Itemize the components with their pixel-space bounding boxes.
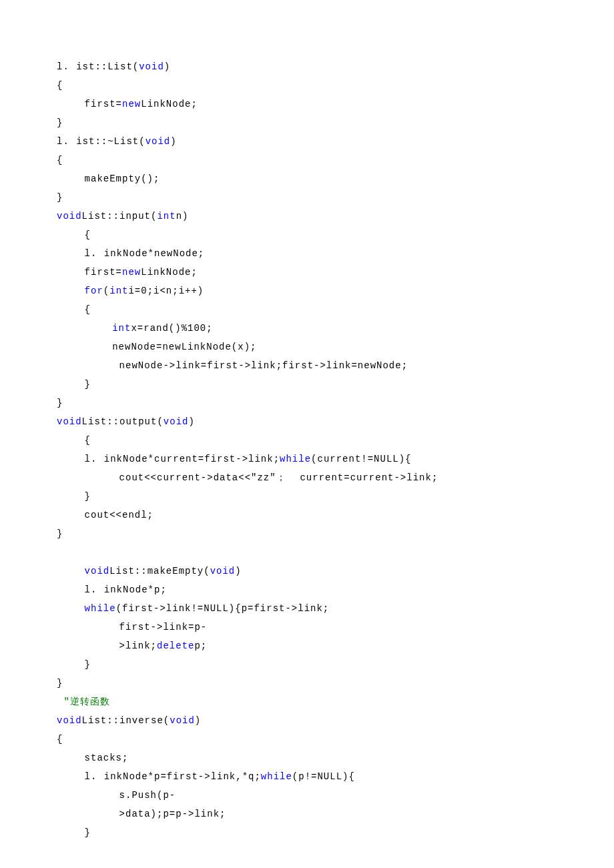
code-text [57,566,85,576]
code-text: ) [170,136,176,147]
code-text: LinkNode; [141,99,198,109]
code-text: ) [235,566,241,576]
code-line: } [57,528,63,539]
comment-line: "逆转函数 [57,697,110,707]
keyword-void: void [210,566,236,576]
code-line: makeEmpty(); [57,173,160,184]
code-text: (current!=NULL){ [311,454,411,464]
code-text: l. ist::~List( [57,136,145,147]
keyword-void: void [139,61,164,72]
code-line: } [57,192,63,203]
keyword-while: while [280,454,311,464]
code-text: ) [164,61,170,72]
keyword-for: for [85,286,103,296]
code-line: } [57,827,91,838]
code-text: x=rand()%100; [131,323,212,334]
code-line: l. inkNode*newNode; [57,248,204,259]
code-line: first->link=p- [57,622,207,632]
code-text: l. inkNode*current=first->link; [57,454,280,464]
keyword-while: while [261,771,292,782]
code-text: l. inkNode*p=first->link,*q; [57,771,261,782]
code-line: >data);p=p->link; [57,809,226,819]
keyword-new: new [122,267,141,278]
code-line: } [57,678,63,689]
code-text: List::inverse( [82,715,170,726]
code-text: LinkNode; [141,267,198,278]
keyword-int: int [109,286,128,296]
code-text: ( [103,286,109,296]
code-text [57,603,85,614]
code-text: first= [57,99,122,109]
keyword-void: void [57,715,82,726]
code-line: { [57,155,63,165]
code-line: cout<<endl; [57,510,154,520]
keyword-void: void [164,416,189,427]
keyword-void: void [145,136,171,147]
keyword-void: void [85,566,110,576]
code-line: newNode->link=first->link;first->link=ne… [57,360,408,371]
code-line: s.Push(p- [57,790,176,801]
keyword-void: void [57,416,82,427]
code-text: List::input( [82,211,158,222]
code-line: { [57,304,91,315]
code-line: { [57,734,63,745]
keyword-delete: delete [157,640,194,651]
code-line: } [57,117,63,128]
code-text: i=0;i<n;i++) [128,286,204,296]
keyword-void: void [57,211,82,222]
keyword-new: new [122,99,141,109]
code-line: l. ist::List( [57,61,139,72]
code-text: (first->link!=NULL){p=first->link; [116,603,330,614]
code-line: } [57,398,63,408]
code-line: stacks; [57,753,128,763]
code-text: ) [188,416,194,427]
code-text [57,286,85,296]
code-text: List::output( [82,416,164,427]
code-text: n) [176,211,189,222]
code-text: List::makeEmpty( [109,566,210,576]
code-text: >link; [57,640,157,651]
code-line: newNode=newLinkNode(x); [57,342,256,352]
code-text: ) [195,715,201,726]
code-line: { [57,435,91,446]
code-document: l. ist::List(void) { first=newLinkNode; … [0,0,614,868]
keyword-int: int [157,211,176,222]
keyword-while: while [85,603,116,614]
keyword-void: void [170,715,195,726]
code-line: { [57,230,91,240]
code-line: cout<<current->data<<"zz"； current=curre… [57,472,438,483]
code-text: (p!=NULL){ [292,771,355,782]
code-text: first= [57,267,122,278]
code-line: { [57,80,63,91]
code-line: } [57,659,91,670]
code-text: p; [194,640,207,651]
keyword-int: int [112,323,131,334]
code-line: } [57,491,91,502]
code-line: } [57,379,91,390]
code-line: l. inkNode*p; [57,584,167,595]
code-text [57,323,112,334]
